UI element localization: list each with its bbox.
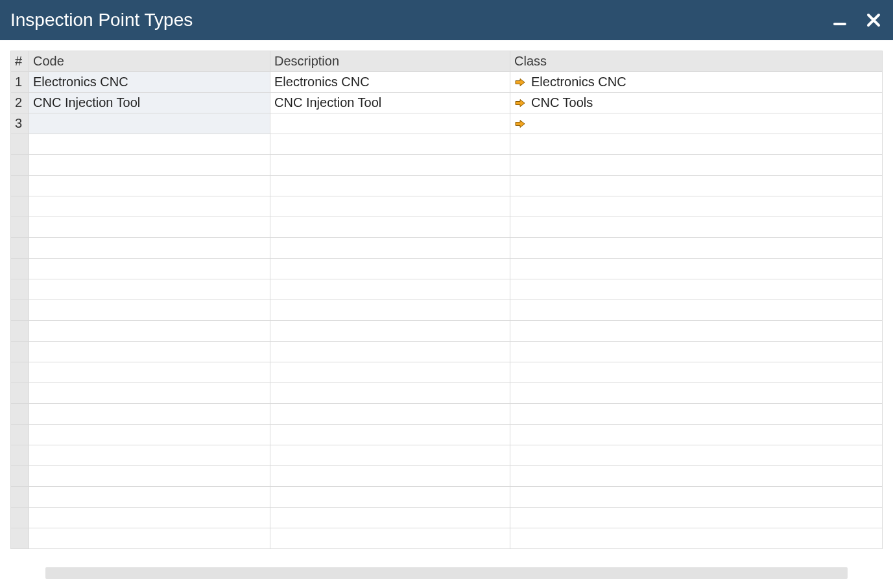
code-cell[interactable] [29,321,270,342]
class-cell[interactable] [510,362,883,383]
row-number-cell[interactable] [11,238,29,259]
row-number-cell[interactable] [11,487,29,508]
class-cell[interactable] [510,134,883,155]
description-cell[interactable] [270,383,510,404]
row-number-cell[interactable] [11,383,29,404]
minimize-button[interactable] [831,11,849,29]
table-row[interactable] [11,342,883,362]
row-number-cell[interactable] [11,425,29,445]
code-cell[interactable]: CNC Injection Tool [29,93,270,113]
inspection-point-types-grid[interactable]: # Code Description Class 1Electronics CN… [10,51,883,549]
description-cell[interactable] [270,196,510,217]
table-row[interactable] [11,238,883,259]
table-row[interactable] [11,300,883,321]
header-code[interactable]: Code [29,51,270,72]
description-cell[interactable] [270,425,510,445]
description-cell[interactable] [270,134,510,155]
description-cell[interactable] [270,217,510,238]
table-row[interactable] [11,425,883,445]
link-arrow-icon[interactable] [514,118,526,130]
class-cell[interactable] [510,342,883,362]
class-cell[interactable]: Electronics CNC [510,72,883,93]
horizontal-scrollbar[interactable] [45,567,848,579]
class-cell[interactable] [510,155,883,176]
header-num[interactable]: # [11,51,29,72]
class-cell[interactable]: CNC Tools [510,93,883,113]
description-cell[interactable] [270,279,510,300]
description-cell[interactable] [270,321,510,342]
code-cell[interactable] [29,528,270,549]
row-number-cell[interactable] [11,134,29,155]
description-cell[interactable] [270,113,510,134]
link-arrow-icon[interactable] [514,97,526,109]
table-row[interactable] [11,362,883,383]
row-number-cell[interactable] [11,404,29,425]
description-cell[interactable] [270,176,510,196]
table-row[interactable] [11,196,883,217]
table-row[interactable] [11,404,883,425]
class-cell[interactable] [510,238,883,259]
row-number-cell[interactable] [11,196,29,217]
description-cell[interactable] [270,404,510,425]
row-number-cell[interactable] [11,155,29,176]
code-cell[interactable] [29,113,270,134]
table-row[interactable]: 2CNC Injection ToolCNC Injection ToolCNC… [11,93,883,113]
row-number-cell[interactable] [11,445,29,466]
class-cell[interactable] [510,487,883,508]
table-row[interactable] [11,176,883,196]
code-cell[interactable] [29,176,270,196]
row-number-cell[interactable] [11,259,29,279]
code-cell[interactable] [29,383,270,404]
description-cell[interactable] [270,362,510,383]
row-number-cell[interactable] [11,342,29,362]
row-number-cell[interactable]: 3 [11,113,29,134]
code-cell[interactable] [29,300,270,321]
row-number-cell[interactable] [11,466,29,487]
class-cell[interactable] [510,466,883,487]
header-class[interactable]: Class [510,51,883,72]
code-cell[interactable] [29,466,270,487]
table-row[interactable]: 1Electronics CNCElectronics CNCElectroni… [11,72,883,93]
description-cell[interactable] [270,466,510,487]
table-row[interactable] [11,383,883,404]
description-cell[interactable] [270,445,510,466]
code-cell[interactable] [29,404,270,425]
code-cell[interactable] [29,134,270,155]
code-cell[interactable] [29,279,270,300]
code-cell[interactable] [29,487,270,508]
description-cell[interactable] [270,155,510,176]
row-number-cell[interactable] [11,508,29,528]
description-cell[interactable] [270,300,510,321]
class-cell[interactable] [510,404,883,425]
table-row[interactable] [11,279,883,300]
code-cell[interactable] [29,425,270,445]
class-cell[interactable] [510,300,883,321]
class-cell[interactable] [510,196,883,217]
table-row[interactable]: 3 [11,113,883,134]
code-cell[interactable] [29,196,270,217]
header-desc[interactable]: Description [270,51,510,72]
row-number-cell[interactable]: 2 [11,93,29,113]
row-number-cell[interactable] [11,217,29,238]
description-cell[interactable] [270,259,510,279]
table-row[interactable] [11,155,883,176]
description-cell[interactable] [270,508,510,528]
table-row[interactable] [11,487,883,508]
class-cell[interactable] [510,176,883,196]
class-cell[interactable] [510,445,883,466]
class-cell[interactable] [510,383,883,404]
table-row[interactable] [11,217,883,238]
table-row[interactable] [11,445,883,466]
table-row[interactable] [11,528,883,549]
code-cell[interactable] [29,155,270,176]
code-cell[interactable] [29,362,270,383]
row-number-cell[interactable] [11,321,29,342]
code-cell[interactable] [29,342,270,362]
link-arrow-icon[interactable] [514,76,526,88]
class-cell[interactable] [510,528,883,549]
row-number-cell[interactable] [11,300,29,321]
row-number-cell[interactable]: 1 [11,72,29,93]
description-cell[interactable]: CNC Injection Tool [270,93,510,113]
description-cell[interactable] [270,528,510,549]
code-cell[interactable] [29,238,270,259]
